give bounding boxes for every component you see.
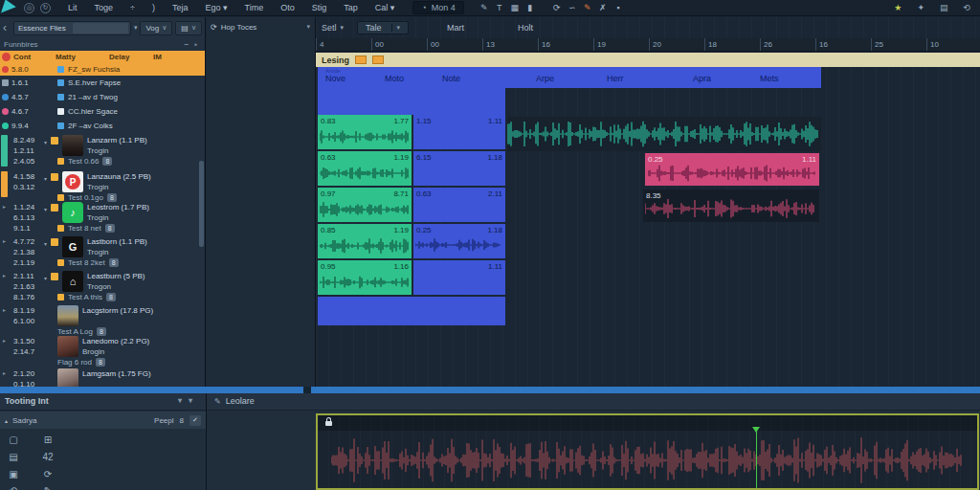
chevron-right-icon[interactable]: ▸ bbox=[3, 271, 6, 281]
list-item-selected[interactable]: 5.8.0 FZ_sw Fuchsia bbox=[0, 63, 205, 76]
clip-block-blue[interactable] bbox=[318, 88, 505, 115]
clip-block-blue[interactable] bbox=[318, 297, 505, 325]
library-group[interactable]: 8.2.491.2.112.4.05 ▾ Lanzarm (1.1 PB)Tro… bbox=[0, 133, 205, 169]
piano-tool-icon[interactable]: ⊞ bbox=[40, 434, 56, 445]
menu-item[interactable]: Cal ▾ bbox=[367, 1, 404, 14]
text-tool-icon[interactable]: T bbox=[493, 3, 506, 12]
group-subrow[interactable]: Test 8 net 8 bbox=[57, 224, 205, 233]
mode-chip[interactable]: ◔ Mon 4 bbox=[412, 1, 463, 14]
library-group[interactable]: ▸ 3.1.502.14.7 Lanedomo (2.2 PG)Brogin F… bbox=[0, 334, 205, 367]
menu-item[interactable]: Tap bbox=[335, 1, 367, 14]
undo-icon[interactable]: ⟲ bbox=[963, 3, 970, 12]
gear-icon[interactable]: ⟳ bbox=[211, 23, 217, 32]
window-tool-icon[interactable]: ▣ bbox=[6, 469, 21, 479]
column-im[interactable]: IM bbox=[153, 53, 182, 61]
cut-tool-icon[interactable]: ✗ bbox=[596, 3, 610, 12]
rect-tool-icon[interactable]: ▢ bbox=[6, 434, 21, 445]
column-cont[interactable]: Cont bbox=[13, 53, 56, 61]
list-item[interactable]: 4.5.7 21 –av d Twog bbox=[0, 90, 205, 104]
list-view-button[interactable]: ▤∨ bbox=[175, 21, 202, 35]
audio-clip-blue[interactable]: 1.151.11 bbox=[413, 115, 505, 149]
audio-clip-blue[interactable]: 6.151.18 bbox=[413, 151, 505, 186]
column-delay[interactable]: Delay bbox=[109, 53, 153, 61]
menu-item[interactable]: ) bbox=[144, 1, 164, 14]
library-group[interactable]: 4.1.580.3.12 ▾ P Lanzauna (2.5 PB)Trogin… bbox=[0, 169, 205, 200]
playhead-marker[interactable] bbox=[756, 427, 757, 488]
save-icon[interactable]: ▤ bbox=[940, 3, 948, 12]
pen-tool-icon[interactable]: ✎ bbox=[40, 485, 56, 490]
search-dropdown-icon[interactable]: ▾ bbox=[134, 24, 138, 32]
chevron-right-icon[interactable]: ▸ bbox=[3, 202, 6, 212]
group-subrow[interactable]: Test A this 8 bbox=[57, 293, 205, 301]
chevron-right-icon[interactable]: ▸ bbox=[3, 368, 6, 379]
library-group[interactable]: ▸ 4.7.722.1.382.1.19 ▾ G Lastborn (1.1 P… bbox=[0, 234, 205, 269]
menu-item[interactable]: Time bbox=[236, 1, 273, 14]
chevron-down-icon[interactable]: ▾ bbox=[44, 139, 47, 145]
group-subrow[interactable]: Test 8 2ket 8 bbox=[57, 258, 205, 267]
chevron-up-icon[interactable]: ▴ bbox=[5, 417, 8, 424]
audio-clip-green[interactable]: 0.851.19 bbox=[318, 224, 412, 258]
library-group[interactable]: ▸ 2.1.200.1.10 Lamgsam (1.75 FG) Test 2 … bbox=[0, 367, 205, 387]
spark-icon[interactable]: ✦ bbox=[917, 3, 924, 12]
property-row[interactable]: ▴ Sadrya Peepl 8 ✓ bbox=[0, 412, 206, 429]
loop-tool-icon[interactable]: ⟳ bbox=[550, 3, 564, 12]
list-item[interactable]: 1.6.1 S.E.hver Fapse bbox=[0, 76, 205, 90]
audio-clip-pink[interactable]: 0.251.11 bbox=[645, 153, 819, 186]
collapse-icon[interactable]: ▾ bbox=[178, 396, 182, 405]
library-group[interactable]: ▸ 1.1.246.1.139.1.1 ▾ ♪ Leostrom (1.7 PB… bbox=[0, 200, 205, 234]
refresh-tool-icon[interactable]: ⟳ bbox=[40, 469, 56, 479]
audio-clip-blue[interactable]: 0.632.11 bbox=[413, 188, 505, 222]
marker-block[interactable] bbox=[372, 56, 384, 64]
lane-header[interactable]: Lesing bbox=[316, 53, 980, 67]
grid-tool-icon[interactable]: ▦ bbox=[508, 3, 522, 12]
snap-tool-icon[interactable]: ▪ bbox=[612, 3, 625, 12]
horizontal-scrollbar[interactable] bbox=[0, 387, 980, 393]
doc-tool-icon[interactable]: ▤ bbox=[6, 452, 21, 462]
list-item[interactable]: 4.6.7 CC.hier Sgace bbox=[0, 104, 205, 119]
lock-icon[interactable] bbox=[325, 421, 332, 426]
chevron-down-icon[interactable]: ▾ bbox=[44, 206, 47, 212]
view-button[interactable]: Vog∨ bbox=[140, 21, 172, 35]
close-icon[interactable]: ▪ bbox=[194, 40, 197, 49]
toolbar-label-holt[interactable]: Holt bbox=[518, 23, 533, 33]
timeline-ruler[interactable]: 40000131619201826162510 bbox=[316, 38, 980, 52]
curve-tool-icon[interactable]: ∽ bbox=[566, 3, 579, 12]
menu-item[interactable]: Stig bbox=[303, 1, 336, 14]
group-subrow[interactable]: Test 0.66 8 bbox=[57, 157, 205, 166]
audio-clip-blue[interactable]: 0.251.18 bbox=[413, 224, 505, 258]
menu-item[interactable]: Ego ▾ bbox=[197, 1, 236, 14]
chevron-down-icon[interactable]: ▾ bbox=[44, 175, 47, 182]
toolbar-label-mart[interactable]: Mart bbox=[447, 23, 464, 33]
back-icon[interactable]: ‹ bbox=[3, 21, 11, 34]
audio-track-waveform[interactable] bbox=[507, 117, 821, 151]
audio-clip-green[interactable]: 0.631.19 bbox=[318, 151, 412, 186]
arrangement-area[interactable]: Setl▾ Tale▾ Mart Holt 400001316192018261… bbox=[316, 17, 980, 387]
tale-dropdown[interactable]: Tale▾ bbox=[357, 21, 409, 34]
chevron-right-icon[interactable]: ▸ bbox=[3, 305, 6, 316]
pattern-header-bar[interactable]: Arvde Nove Moto Note Arpe Herr Apra Mets bbox=[318, 67, 821, 88]
chevron-right-icon[interactable]: ▸ bbox=[3, 236, 6, 247]
menu-item[interactable]: ÷ bbox=[122, 1, 144, 14]
count-tool-icon[interactable]: 42 bbox=[40, 452, 56, 462]
marker-block[interactable] bbox=[355, 56, 367, 64]
library-group[interactable]: ▸ 2.1.112.1.638.1.76 ▾ ⌂ Leastburn (5 PB… bbox=[0, 269, 205, 303]
pen-tool-icon[interactable]: ✎ bbox=[581, 3, 594, 12]
column-header-row[interactable]: Cont Matty Delay IM bbox=[0, 51, 205, 63]
chevron-down-icon[interactable]: ▾ bbox=[44, 275, 47, 281]
undo-tool-icon[interactable]: ↶ bbox=[6, 485, 21, 490]
search-input[interactable]: Essence Flies bbox=[13, 21, 131, 35]
menu-item[interactable]: Toge bbox=[86, 1, 122, 14]
star-icon[interactable]: ★ bbox=[894, 3, 902, 12]
chevron-down-icon[interactable]: ▾ bbox=[306, 23, 310, 31]
menu-item[interactable]: Lit bbox=[59, 1, 86, 14]
audio-clip-green[interactable]: 0.978.71 bbox=[318, 188, 412, 222]
sample-editor[interactable] bbox=[316, 413, 979, 490]
set-dropdown[interactable]: Setl▾ bbox=[322, 23, 344, 33]
minimize-icon[interactable]: − bbox=[184, 40, 189, 49]
list-item[interactable]: 9.9.4 2F –av Colks bbox=[0, 119, 205, 133]
checkbox[interactable]: ✓ bbox=[189, 415, 201, 426]
audio-clip-dark[interactable]: 8.35 bbox=[643, 189, 819, 222]
draw-tool-icon[interactable]: ✎ bbox=[478, 3, 491, 12]
chevron-right-icon[interactable]: ▸ bbox=[3, 336, 6, 346]
refresh-icon[interactable]: ↻ bbox=[40, 3, 51, 13]
